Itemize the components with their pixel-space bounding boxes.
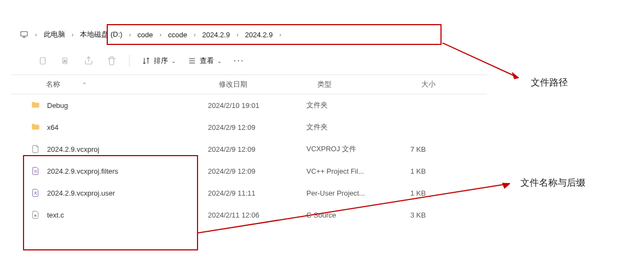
view-button[interactable]: 查看 ⌄ (188, 56, 222, 66)
chevron-down-icon: ⌄ (171, 58, 176, 64)
breadcrumb-item-2[interactable]: ccode (164, 28, 192, 41)
toolbar: A 排序 ⌄ 查看 ⌄ ··· (11, 45, 487, 75)
toolbar-divider (129, 55, 130, 67)
svg-line-14 (442, 43, 519, 78)
column-headers: 名称 ⌃ 修改日期 类型 大小 (11, 75, 487, 94)
column-header-date[interactable]: 修改日期 (219, 79, 317, 89)
breadcrumb-item-1[interactable]: code (133, 28, 157, 41)
breadcrumb[interactable]: › 此电脑 › 本地磁盘 (D:) › code › ccode › 2024.… (11, 24, 449, 45)
breadcrumb-root[interactable]: 此电脑 (39, 27, 69, 42)
file-name: Debug (47, 101, 68, 110)
folder-icon (31, 122, 40, 132)
file-date: 2024/2/10 19:01 (208, 101, 306, 110)
chevron-down-icon: ⌄ (217, 58, 222, 64)
chevron-right-icon: › (160, 31, 162, 38)
annotation-label-path: 文件路径 (531, 76, 568, 89)
share-icon[interactable] (83, 55, 94, 66)
svg-point-12 (35, 192, 37, 193)
breadcrumb-item-0[interactable]: 本地磁盘 (D:) (76, 27, 126, 42)
monitor-icon[interactable] (15, 28, 33, 41)
chevron-right-icon: › (72, 31, 74, 38)
more-button[interactable]: ··· (234, 56, 244, 66)
arrow-annotation-path (442, 43, 530, 87)
breadcrumb-item-4[interactable]: 2024.2.9 (241, 28, 277, 41)
trash-icon[interactable] (106, 55, 117, 66)
file-name: 2024.2.9.vcxproj.user (47, 189, 115, 197)
sort-label: 排序 (154, 56, 168, 66)
user-config-icon (31, 188, 40, 198)
file-size: 7 KB (410, 145, 454, 153)
column-header-type[interactable]: 类型 (317, 79, 421, 89)
document-icon (31, 144, 40, 154)
cut-icon[interactable] (37, 55, 48, 66)
file-name: 2024.2.9.vcxproj (47, 145, 99, 153)
sort-button[interactable]: 排序 ⌄ (142, 56, 176, 66)
svg-rect-0 (21, 32, 27, 36)
file-name: text.c (47, 211, 64, 219)
column-header-name[interactable]: 名称 ⌃ (46, 79, 219, 89)
column-name-label: 名称 (46, 79, 60, 89)
list-item[interactable]: 2024.2.9.vcxproj.filters 2024/2/9 12:09 … (11, 160, 476, 182)
file-date: 2024/2/9 12:09 (208, 167, 306, 175)
list-item[interactable]: 2024.2.9.vcxproj 2024/2/9 12:09 VCXPROJ … (11, 138, 476, 160)
svg-marker-15 (512, 72, 519, 79)
file-size: 1 KB (410, 167, 454, 175)
breadcrumb-item-3[interactable]: 2024.2.9 (198, 28, 235, 41)
file-type: 文件夹 (306, 100, 410, 110)
folder-icon (31, 100, 40, 110)
chevron-right-icon: › (35, 31, 37, 38)
chevron-right-icon: › (129, 31, 131, 38)
filters-icon (31, 166, 40, 176)
file-type: 文件夹 (306, 122, 410, 132)
file-date: 2024/2/9 12:09 (208, 123, 306, 132)
svg-text:A: A (63, 59, 66, 63)
c-source-icon: c (31, 210, 40, 220)
arrow-annotation-filename (198, 181, 521, 236)
svg-text:c: c (34, 214, 36, 217)
svg-rect-3 (40, 58, 45, 64)
svg-line-16 (198, 184, 510, 233)
list-item[interactable]: x64 2024/2/9 12:09 文件夹 (11, 116, 476, 138)
list-item[interactable]: Debug 2024/2/10 19:01 文件夹 (11, 94, 476, 116)
file-type: VC++ Project Fil... (306, 167, 410, 175)
sort-asc-icon: ⌃ (82, 82, 86, 88)
chevron-right-icon: › (279, 31, 281, 38)
view-label: 查看 (200, 56, 214, 66)
annotation-label-filename: 文件名称与后缀 (520, 176, 585, 189)
chevron-right-icon: › (236, 31, 239, 38)
svg-marker-17 (502, 183, 510, 188)
file-name: x64 (47, 123, 59, 132)
file-type: VCXPROJ 文件 (306, 144, 410, 154)
file-name: 2024.2.9.vcxproj.filters (47, 167, 118, 175)
file-date: 2024/2/9 12:09 (208, 145, 306, 153)
chevron-right-icon: › (194, 31, 196, 38)
copy-icon[interactable]: A (60, 55, 71, 66)
